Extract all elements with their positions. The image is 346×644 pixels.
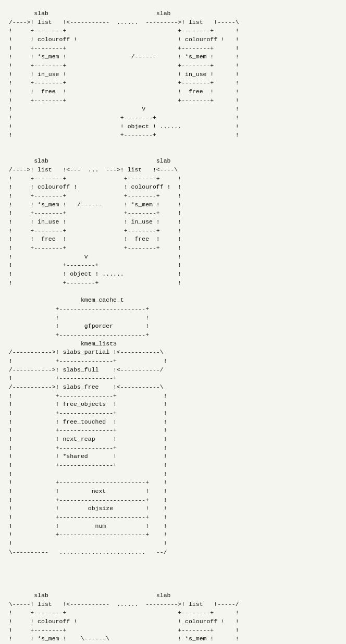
diagram-content: slab slab /---->! list !<----------- ...… xyxy=(0,5,346,644)
diagram-container: slab slab /---->! list !<----------- ...… xyxy=(0,0,346,644)
